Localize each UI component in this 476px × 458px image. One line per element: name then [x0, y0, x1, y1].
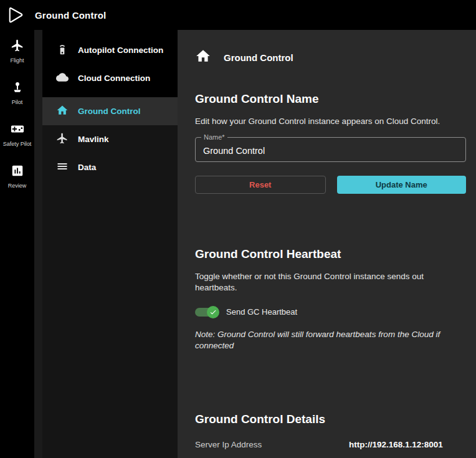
top-bar: Ground Control [0, 0, 476, 30]
nav-rail-label: Review [8, 183, 27, 189]
name-section-title: Ground Control Name [195, 92, 466, 106]
nav-rail-item-review[interactable]: Review [0, 164, 34, 189]
list-icon [56, 160, 69, 174]
gamepad-icon [11, 122, 24, 138]
app-logo-icon [6, 6, 25, 24]
heartbeat-toggle-row: Send GC Heartbeat [195, 305, 466, 319]
nav-rail-label: Safety Pilot [3, 141, 32, 148]
remote-icon [56, 43, 69, 57]
page-title: Ground Control [224, 52, 293, 63]
nav-rail-label: Pilot [12, 100, 23, 106]
nav-rail: Flight Pilot Safety Pilot Review [0, 30, 34, 458]
sidebar-item-cloud-connection[interactable]: Cloud Connection [42, 64, 178, 92]
nav-rail-item-flight[interactable]: Flight [0, 39, 34, 64]
home-icon [56, 104, 69, 118]
joystick-icon [11, 80, 24, 97]
main-content: Ground Control Ground Control Name Edit … [178, 30, 476, 458]
toggle-check-icon [207, 306, 219, 318]
nav-rail-label: Flight [10, 58, 24, 64]
heartbeat-section-description: Toggle whether or not this Ground Contro… [195, 271, 466, 293]
sidebar-item-ground-control[interactable]: Ground Control [42, 97, 178, 125]
sidebar-item-autopilot-connection[interactable]: Autopilot Connection [42, 36, 178, 64]
name-section-description: Edit how your Ground Control instance ap… [195, 116, 466, 127]
sidebar-item-label: Data [78, 163, 96, 172]
cloud-icon [56, 71, 69, 85]
reset-button[interactable]: Reset [195, 176, 326, 194]
update-name-button[interactable]: Update Name [337, 176, 467, 194]
sidebar-item-data[interactable]: Data [42, 153, 178, 181]
name-field: Name* [195, 137, 466, 162]
nav-rail-item-pilot[interactable]: Pilot [0, 80, 34, 106]
connection-menu-group: Autopilot Connection Cloud Connection [42, 30, 178, 97]
sidebar-item-label: Mavlink [78, 135, 109, 144]
detail-row-server-ip: Server Ip Address http://192.168.1.12:80… [195, 440, 466, 449]
detail-value: http://192.168.1.12:8001 [349, 440, 443, 449]
settings-sidebar: Autopilot Connection Cloud Connection Gr… [42, 30, 178, 458]
detail-label: Server Ip Address [195, 440, 349, 449]
sidebar-item-label: Cloud Connection [78, 74, 150, 83]
heartbeat-toggle-label: Send GC Heartbeat [226, 307, 297, 317]
sidebar-item-mavlink[interactable]: Mavlink [42, 125, 178, 153]
details-section-title: Ground Control Details [195, 413, 466, 426]
nav-rail-item-safety-pilot[interactable]: Safety Pilot [0, 122, 34, 148]
heartbeat-toggle[interactable] [195, 308, 217, 317]
name-field-label: Name* [201, 133, 227, 141]
name-input[interactable] [196, 138, 465, 161]
heartbeat-note: Note: Ground Control will still forward … [195, 329, 466, 351]
home-icon [195, 48, 211, 67]
plane-icon [11, 39, 24, 55]
plane-icon [56, 132, 69, 146]
name-actions: Reset Update Name [195, 176, 466, 194]
sidebar-item-label: Autopilot Connection [78, 45, 163, 55]
app-title: Ground Control [35, 10, 106, 21]
bar-chart-icon [11, 164, 24, 180]
sidebar-item-label: Ground Control [78, 107, 140, 116]
page-header: Ground Control [195, 49, 466, 66]
heartbeat-section-title: Ground Control Heartbeat [195, 247, 466, 261]
